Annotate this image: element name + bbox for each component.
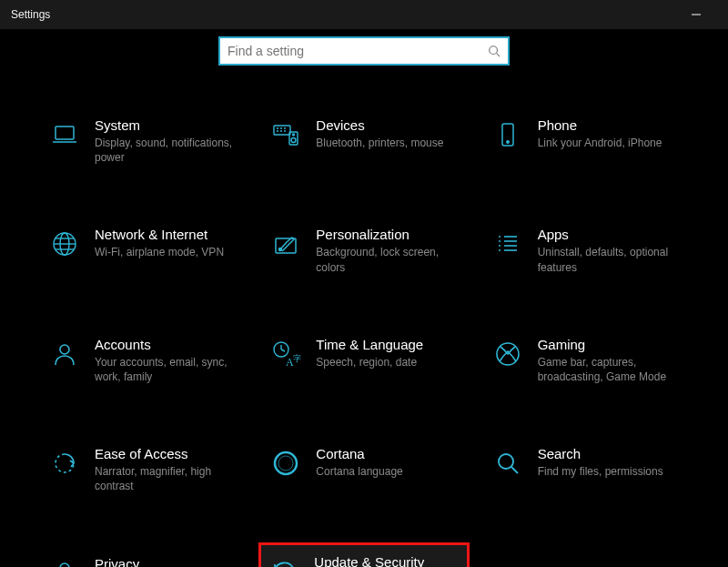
tile-desc: Background, lock screen, colors bbox=[316, 245, 457, 274]
tile-time-language[interactable]: A 字 Time & Language Speech, region, date bbox=[267, 333, 460, 388]
tile-desc: Bluetooth, printers, mouse bbox=[316, 136, 457, 150]
keyboard-speaker-icon bbox=[270, 119, 301, 150]
tile-apps[interactable]: Apps Uninstall, defaults, optional featu… bbox=[489, 223, 682, 278]
svg-point-1 bbox=[490, 46, 498, 55]
svg-text:字: 字 bbox=[293, 354, 301, 363]
tile-desc: Narrator, magnifier, high contrast bbox=[95, 464, 236, 493]
tile-title: Gaming bbox=[538, 337, 679, 352]
tile-network[interactable]: Network & Internet Wi-Fi, airplane mode,… bbox=[46, 223, 239, 278]
tile-accounts[interactable]: Accounts Your accounts, email, sync, wor… bbox=[46, 333, 239, 388]
tile-title: Cortana bbox=[316, 446, 457, 461]
svg-point-40 bbox=[278, 456, 293, 471]
tile-update-security[interactable]: Update & Security Windows Update, recove… bbox=[261, 545, 466, 568]
tile-desc: Your accounts, email, sync, work, family bbox=[95, 355, 236, 384]
phone-icon bbox=[492, 119, 523, 150]
time-language-icon: A 字 bbox=[270, 339, 301, 370]
tile-desc: Speech, region, date bbox=[316, 355, 457, 370]
tile-system[interactable]: System Display, sound, notifications, po… bbox=[46, 114, 239, 168]
tile-title: Time & Language bbox=[316, 337, 457, 352]
tile-title: Personalization bbox=[316, 227, 457, 242]
svg-point-16 bbox=[506, 141, 508, 143]
search-box[interactable] bbox=[218, 36, 510, 66]
tile-desc: Wi-Fi, airplane mode, VPN bbox=[95, 245, 236, 259]
settings-grid: System Display, sound, notifications, po… bbox=[0, 82, 728, 567]
person-icon bbox=[49, 339, 80, 370]
tile-devices[interactable]: Devices Bluetooth, printers, mouse bbox=[267, 114, 460, 168]
svg-line-2 bbox=[497, 54, 500, 57]
tile-gaming[interactable]: Gaming Game bar, captures, broadcasting,… bbox=[489, 333, 682, 388]
tile-title: Phone bbox=[538, 117, 679, 133]
search-icon bbox=[488, 45, 500, 57]
tile-title: Apps bbox=[538, 227, 679, 242]
tile-title: System bbox=[95, 117, 236, 133]
svg-point-13 bbox=[291, 138, 296, 143]
ease-of-access-icon bbox=[49, 448, 80, 479]
tile-title: Network & Internet bbox=[95, 227, 236, 242]
tile-title: Update & Security bbox=[314, 554, 459, 568]
paintbrush-icon bbox=[270, 228, 301, 259]
svg-rect-3 bbox=[56, 127, 74, 139]
tile-desc: Game bar, captures, broadcasting, Game M… bbox=[538, 355, 679, 384]
svg-line-35 bbox=[281, 349, 285, 351]
tile-ease-of-access[interactable]: Ease of Access Narrator, magnifier, high… bbox=[46, 442, 239, 497]
tile-desc: Find my files, permissions bbox=[538, 464, 679, 479]
svg-point-23 bbox=[279, 248, 282, 251]
sync-arrows-icon bbox=[268, 556, 299, 568]
tile-search[interactable]: Search Find my files, permissions bbox=[489, 442, 682, 497]
window-title: Settings bbox=[11, 8, 50, 21]
laptop-icon bbox=[49, 119, 80, 150]
lock-icon bbox=[49, 558, 80, 568]
globe-icon bbox=[49, 228, 80, 259]
tile-title: Privacy bbox=[95, 556, 236, 568]
tile-title: Ease of Access bbox=[95, 446, 236, 461]
list-icon bbox=[492, 228, 523, 259]
svg-line-42 bbox=[511, 467, 518, 473]
svg-point-14 bbox=[293, 134, 295, 136]
tile-phone[interactable]: Phone Link your Android, iPhone bbox=[489, 114, 682, 168]
tile-title: Search bbox=[538, 446, 679, 461]
tile-desc: Cortana language bbox=[316, 464, 457, 479]
tile-cortana[interactable]: Cortana Cortana language bbox=[267, 442, 460, 497]
search-container bbox=[0, 29, 728, 82]
tile-desc: Link your Android, iPhone bbox=[538, 136, 679, 150]
tile-title: Accounts bbox=[95, 337, 236, 352]
xbox-icon bbox=[492, 339, 523, 370]
tile-title: Devices bbox=[316, 117, 457, 133]
search-input[interactable] bbox=[228, 44, 488, 58]
svg-rect-5 bbox=[274, 126, 290, 135]
tile-personalization[interactable]: Personalization Background, lock screen,… bbox=[267, 223, 460, 278]
magnifier-icon bbox=[492, 448, 523, 479]
window-titlebar: Settings bbox=[0, 0, 728, 29]
svg-point-41 bbox=[499, 454, 513, 469]
svg-point-32 bbox=[60, 345, 69, 354]
tile-desc: Display, sound, notifications, power bbox=[95, 136, 236, 165]
tile-desc: Uninstall, defaults, optional features bbox=[538, 245, 679, 274]
tile-privacy[interactable]: Privacy Location, camera, microphone bbox=[46, 552, 239, 568]
minimize-button[interactable] bbox=[675, 0, 717, 29]
cortana-icon bbox=[270, 448, 301, 479]
